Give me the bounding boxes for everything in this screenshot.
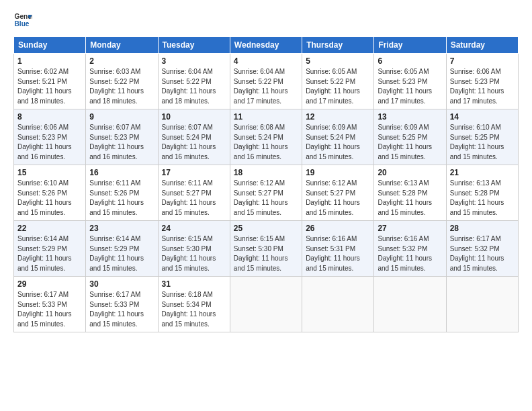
calendar-day-cell: 6Sunrise: 6:05 AM Sunset: 5:23 PM Daylig… (374, 54, 446, 109)
calendar-day-cell (302, 277, 374, 332)
calendar-header-row: SundayMondayTuesdayWednesdayThursdayFrid… (14, 37, 519, 54)
calendar-day-cell: 2Sunrise: 6:03 AM Sunset: 5:22 PM Daylig… (86, 54, 158, 109)
calendar-day-cell: 25Sunrise: 6:15 AM Sunset: 5:30 PM Dayli… (230, 221, 302, 277)
calendar-day-cell: 18Sunrise: 6:12 AM Sunset: 5:27 PM Dayli… (230, 165, 302, 221)
calendar-week-row: 29Sunrise: 6:17 AM Sunset: 5:33 PM Dayli… (14, 277, 519, 332)
day-number: 30 (89, 279, 154, 289)
day-number: 29 (17, 279, 82, 289)
calendar-day-cell: 26Sunrise: 6:16 AM Sunset: 5:31 PM Dayli… (302, 221, 374, 277)
calendar-week-row: 15Sunrise: 6:10 AM Sunset: 5:26 PM Dayli… (14, 165, 519, 221)
day-number: 12 (306, 112, 370, 122)
day-number: 17 (162, 168, 226, 177)
calendar-day-cell: 15Sunrise: 6:10 AM Sunset: 5:26 PM Dayli… (14, 165, 86, 221)
day-number: 25 (234, 224, 298, 233)
day-info: Sunrise: 6:10 AM Sunset: 5:26 PM Dayligh… (17, 179, 82, 218)
svg-text:Blue: Blue (15, 20, 30, 28)
day-number: 13 (378, 112, 442, 122)
calendar-day-cell: 1Sunrise: 6:02 AM Sunset: 5:21 PM Daylig… (14, 54, 86, 109)
calendar-day-cell: 12Sunrise: 6:09 AM Sunset: 5:24 PM Dayli… (302, 109, 374, 165)
calendar-day-cell (446, 277, 518, 332)
day-info: Sunrise: 6:09 AM Sunset: 5:25 PM Dayligh… (378, 123, 442, 162)
day-number: 27 (378, 224, 442, 233)
header: General Blue (13, 11, 519, 30)
day-number: 14 (450, 112, 515, 122)
day-info: Sunrise: 6:12 AM Sunset: 5:27 PM Dayligh… (234, 179, 298, 218)
day-number: 15 (17, 168, 82, 177)
day-number: 16 (89, 168, 154, 177)
calendar-day-cell: 3Sunrise: 6:04 AM Sunset: 5:22 PM Daylig… (158, 54, 230, 109)
calendar-day-cell: 14Sunrise: 6:10 AM Sunset: 5:25 PM Dayli… (446, 109, 518, 165)
day-number: 7 (450, 56, 515, 66)
column-header-wednesday: Wednesday (230, 37, 302, 54)
calendar-day-cell: 17Sunrise: 6:11 AM Sunset: 5:27 PM Dayli… (158, 165, 230, 221)
calendar-day-cell: 23Sunrise: 6:14 AM Sunset: 5:29 PM Dayli… (86, 221, 158, 277)
calendar-day-cell: 24Sunrise: 6:15 AM Sunset: 5:30 PM Dayli… (158, 221, 230, 277)
day-info: Sunrise: 6:10 AM Sunset: 5:25 PM Dayligh… (450, 123, 515, 162)
column-header-thursday: Thursday (302, 37, 374, 54)
day-info: Sunrise: 6:05 AM Sunset: 5:23 PM Dayligh… (378, 67, 442, 106)
day-info: Sunrise: 6:18 AM Sunset: 5:34 PM Dayligh… (162, 290, 226, 329)
day-info: Sunrise: 6:02 AM Sunset: 5:21 PM Dayligh… (17, 67, 82, 106)
day-number: 8 (17, 112, 82, 122)
calendar-day-cell: 8Sunrise: 6:06 AM Sunset: 5:23 PM Daylig… (14, 109, 86, 165)
day-info: Sunrise: 6:16 AM Sunset: 5:31 PM Dayligh… (306, 234, 370, 273)
calendar-day-cell: 11Sunrise: 6:08 AM Sunset: 5:24 PM Dayli… (230, 109, 302, 165)
day-number: 21 (450, 168, 515, 177)
day-info: Sunrise: 6:09 AM Sunset: 5:24 PM Dayligh… (306, 123, 370, 162)
day-number: 20 (378, 168, 442, 177)
page: General Blue SundayMondayTuesdayWednesda… (0, 0, 532, 411)
calendar-day-cell: 7Sunrise: 6:06 AM Sunset: 5:23 PM Daylig… (446, 54, 518, 109)
calendar-day-cell: 21Sunrise: 6:13 AM Sunset: 5:28 PM Dayli… (446, 165, 518, 221)
calendar-day-cell: 4Sunrise: 6:04 AM Sunset: 5:22 PM Daylig… (230, 54, 302, 109)
day-number: 31 (162, 279, 226, 289)
day-info: Sunrise: 6:06 AM Sunset: 5:23 PM Dayligh… (450, 67, 515, 106)
calendar-day-cell: 5Sunrise: 6:05 AM Sunset: 5:22 PM Daylig… (302, 54, 374, 109)
day-number: 4 (234, 56, 298, 66)
calendar-day-cell: 10Sunrise: 6:07 AM Sunset: 5:24 PM Dayli… (158, 109, 230, 165)
day-info: Sunrise: 6:06 AM Sunset: 5:23 PM Dayligh… (17, 123, 82, 162)
day-number: 6 (378, 56, 442, 66)
calendar-day-cell: 22Sunrise: 6:14 AM Sunset: 5:29 PM Dayli… (14, 221, 86, 277)
day-info: Sunrise: 6:17 AM Sunset: 5:33 PM Dayligh… (89, 290, 154, 329)
column-header-tuesday: Tuesday (158, 37, 230, 54)
day-info: Sunrise: 6:07 AM Sunset: 5:24 PM Dayligh… (162, 123, 226, 162)
day-info: Sunrise: 6:07 AM Sunset: 5:23 PM Dayligh… (89, 123, 154, 162)
column-header-monday: Monday (86, 37, 158, 54)
column-header-sunday: Sunday (14, 37, 86, 54)
logo-icon: General Blue (13, 11, 32, 30)
day-info: Sunrise: 6:14 AM Sunset: 5:29 PM Dayligh… (89, 234, 154, 273)
calendar-day-cell (374, 277, 446, 332)
calendar-week-row: 8Sunrise: 6:06 AM Sunset: 5:23 PM Daylig… (14, 109, 519, 165)
calendar-day-cell: 16Sunrise: 6:11 AM Sunset: 5:26 PM Dayli… (86, 165, 158, 221)
day-info: Sunrise: 6:05 AM Sunset: 5:22 PM Dayligh… (306, 67, 370, 106)
day-info: Sunrise: 6:11 AM Sunset: 5:26 PM Dayligh… (89, 179, 154, 218)
column-header-friday: Friday (374, 37, 446, 54)
day-info: Sunrise: 6:04 AM Sunset: 5:22 PM Dayligh… (234, 67, 298, 106)
day-info: Sunrise: 6:11 AM Sunset: 5:27 PM Dayligh… (162, 179, 226, 218)
calendar-day-cell: 27Sunrise: 6:16 AM Sunset: 5:32 PM Dayli… (374, 221, 446, 277)
day-number: 23 (89, 224, 154, 233)
day-info: Sunrise: 6:12 AM Sunset: 5:27 PM Dayligh… (306, 179, 370, 218)
day-number: 9 (89, 112, 154, 122)
day-info: Sunrise: 6:13 AM Sunset: 5:28 PM Dayligh… (450, 179, 515, 218)
day-number: 26 (306, 224, 370, 233)
day-number: 2 (89, 56, 154, 66)
calendar-day-cell: 31Sunrise: 6:18 AM Sunset: 5:34 PM Dayli… (158, 277, 230, 332)
calendar-day-cell: 20Sunrise: 6:13 AM Sunset: 5:28 PM Dayli… (374, 165, 446, 221)
day-info: Sunrise: 6:13 AM Sunset: 5:28 PM Dayligh… (378, 179, 442, 218)
day-number: 10 (162, 112, 226, 122)
calendar-table: SundayMondayTuesdayWednesdayThursdayFrid… (13, 36, 519, 332)
day-number: 1 (17, 56, 82, 66)
day-info: Sunrise: 6:03 AM Sunset: 5:22 PM Dayligh… (89, 67, 154, 106)
calendar-day-cell: 19Sunrise: 6:12 AM Sunset: 5:27 PM Dayli… (302, 165, 374, 221)
day-number: 3 (162, 56, 226, 66)
calendar-week-row: 22Sunrise: 6:14 AM Sunset: 5:29 PM Dayli… (14, 221, 519, 277)
day-info: Sunrise: 6:08 AM Sunset: 5:24 PM Dayligh… (234, 123, 298, 162)
day-number: 5 (306, 56, 370, 66)
day-info: Sunrise: 6:16 AM Sunset: 5:32 PM Dayligh… (378, 234, 442, 273)
day-number: 19 (306, 168, 370, 177)
calendar-week-row: 1Sunrise: 6:02 AM Sunset: 5:21 PM Daylig… (14, 54, 519, 109)
day-info: Sunrise: 6:15 AM Sunset: 5:30 PM Dayligh… (234, 234, 298, 273)
day-number: 28 (450, 224, 515, 233)
calendar-day-cell: 29Sunrise: 6:17 AM Sunset: 5:33 PM Dayli… (14, 277, 86, 332)
